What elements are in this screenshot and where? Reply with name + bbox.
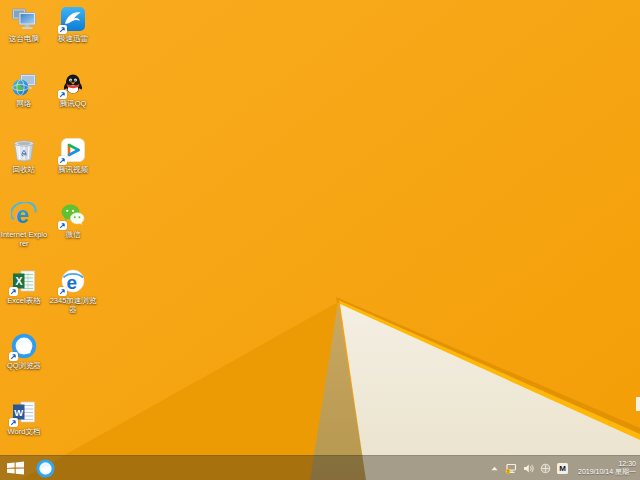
icon-label: Excel表格 (0, 296, 48, 305)
icon-label: Internet Explorer (0, 230, 48, 248)
desktop-icon-xunlei[interactable]: 极速迅雷 (49, 6, 97, 68)
start-button[interactable] (0, 456, 30, 480)
windows-logo-icon (7, 461, 24, 475)
internet-explorer-icon: e (11, 202, 37, 228)
recycle-bin-icon (11, 137, 37, 163)
desktop-icon-network[interactable]: 网络 (0, 71, 48, 133)
desktop-icon-tencent-qq[interactable]: 腾讯QQ (49, 71, 97, 133)
icon-label: 这台电脑 (0, 34, 48, 43)
shortcut-arrow-icon (58, 90, 67, 99)
desktop-icon-wechat[interactable]: 微信 (49, 202, 97, 264)
ie-letter: e (16, 202, 29, 228)
clock-time: 12:30 (578, 460, 636, 469)
shortcut-arrow-icon (58, 156, 67, 165)
system-tray: M 12:30 2019/10/14 星期一 (490, 456, 640, 480)
2345-browser-icon: e (60, 268, 86, 294)
excel-letter: X (15, 275, 22, 287)
xunlei-bird-icon (60, 6, 86, 32)
qq-browser-cloud-icon (11, 333, 37, 359)
volume-icon[interactable] (523, 463, 534, 474)
desktop-icon-recycle-bin[interactable]: 回收站 (0, 137, 48, 199)
excel-icon: X (11, 268, 37, 294)
desktop-icon-tencent-video[interactable]: 腾讯视频 (49, 137, 97, 199)
icon-label: 回收站 (0, 165, 48, 174)
icon-label: 腾讯QQ (49, 99, 97, 108)
network-warning-icon[interactable] (505, 463, 517, 474)
word-letter: W (14, 407, 23, 418)
shortcut-arrow-icon (9, 287, 18, 296)
icon-label: Word文档 (0, 427, 48, 436)
icon-label: 网络 (0, 99, 48, 108)
ime-indicator[interactable]: M (557, 463, 568, 474)
shortcut-arrow-icon (9, 352, 18, 361)
desktop-icon-qq-browser[interactable]: QQ浏览器 (0, 333, 48, 395)
taskbar-clock[interactable]: 12:30 2019/10/14 星期一 (574, 460, 636, 477)
taskbar-qq-browser-button[interactable] (30, 456, 60, 480)
desktop-icon-excel[interactable]: X Excel表格 (0, 268, 48, 330)
desktop-icon-internet-explorer[interactable]: e Internet Explorer (0, 202, 48, 264)
this-pc-icon (11, 6, 37, 32)
clock-date: 2019/10/14 星期一 (578, 468, 636, 477)
icon-label: 极速迅雷 (49, 34, 97, 43)
qq-penguin-icon (60, 71, 86, 97)
desktop-icon-2345-browser[interactable]: e 2345加速浏览器 (49, 268, 97, 330)
shortcut-arrow-icon (58, 221, 67, 230)
word-icon: W (11, 399, 37, 425)
wechat-bubbles-icon (60, 202, 86, 228)
tencent-video-play-icon (60, 137, 86, 163)
icon-label: 腾讯视频 (49, 165, 97, 174)
icon-label: 微信 (49, 230, 97, 239)
shortcut-arrow-icon (58, 25, 67, 34)
icon-label: 2345加速浏览器 (49, 296, 97, 314)
shortcut-arrow-icon (9, 418, 18, 427)
windows-desktop: 这台电脑 极速迅雷 网络 (0, 0, 640, 480)
desktop-icon-this-pc[interactable]: 这台电脑 (0, 6, 48, 68)
desktop-icon-word[interactable]: W Word文档 (0, 399, 48, 461)
safely-remove-hardware-icon[interactable] (540, 463, 551, 474)
network-globe-icon (11, 71, 37, 97)
shortcut-arrow-icon (58, 287, 67, 296)
qq-browser-cloud-icon (36, 459, 55, 478)
taskbar: M 12:30 2019/10/14 星期一 (0, 455, 640, 480)
hidden-icons-chevron[interactable] (490, 464, 499, 473)
icon-label: QQ浏览器 (0, 361, 48, 370)
